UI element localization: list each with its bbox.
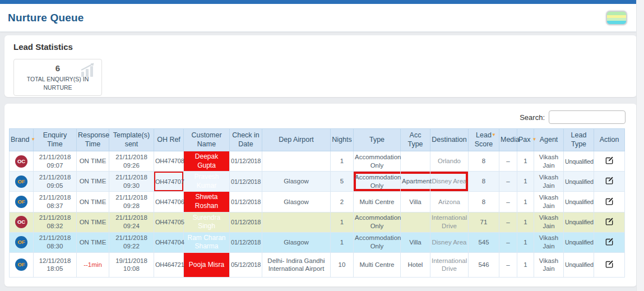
column-header-oh_ref[interactable]: OH Ref bbox=[154, 129, 184, 151]
column-header-type[interactable]: Type bbox=[354, 129, 401, 151]
table-row: OF21/11/201808:37ON TIME21/11/201809:28O… bbox=[10, 192, 625, 212]
cell-pax: 1 bbox=[517, 212, 534, 232]
total-enquiries-card[interactable]: 6 TOTAL ENQUIRY(S) IN NURTURE bbox=[13, 59, 102, 96]
column-header-templates_sent[interactable]: Template(s) sent bbox=[109, 129, 154, 151]
sort-icon[interactable]: ▼ bbox=[532, 137, 537, 142]
cell-check-in-date: 01/12/2018 bbox=[230, 151, 262, 172]
cell-response-time: --1min bbox=[77, 252, 109, 277]
enquiry-clock: 08:32 bbox=[35, 222, 75, 230]
column-header-agent[interactable]: Agent bbox=[534, 129, 564, 151]
edit-action-button[interactable] bbox=[605, 217, 614, 225]
cell-acc-type: Apartment bbox=[401, 172, 430, 192]
cell-action bbox=[594, 232, 625, 252]
edit-action-button[interactable] bbox=[605, 197, 614, 205]
table-row: OC21/11/201809:07ON TIME21/11/201809:26O… bbox=[10, 151, 625, 172]
cell-destination: Disney Area bbox=[430, 172, 469, 192]
cell-templates-sent: 21/11/201809:30 bbox=[109, 172, 154, 192]
cell-nights: 1 bbox=[331, 151, 354, 172]
browser-scrollbar[interactable] bbox=[636, 0, 644, 291]
cell-agent: Vikash Jain bbox=[534, 151, 564, 172]
edit-action-button[interactable] bbox=[605, 260, 614, 268]
column-label-lead_type: Lead Type bbox=[571, 131, 587, 148]
bar-chart-icon bbox=[80, 62, 98, 78]
column-header-pax[interactable]: Pax▼ bbox=[517, 129, 534, 151]
cell-media: – bbox=[499, 172, 517, 192]
edit-icon bbox=[605, 197, 614, 205]
sort-icon[interactable]: ▼ bbox=[492, 132, 496, 138]
cell-lead-type: Unqualified bbox=[564, 151, 594, 172]
edit-action-button[interactable] bbox=[605, 156, 614, 164]
cell-action bbox=[594, 212, 625, 232]
cell-lead-score: 8 bbox=[469, 172, 499, 192]
cell-lead-score: 545 bbox=[469, 232, 499, 252]
profile-flag-icon[interactable] bbox=[606, 11, 627, 25]
edit-action-button[interactable] bbox=[605, 176, 614, 184]
template-clock: 10:08 bbox=[110, 265, 152, 273]
sort-icon[interactable]: ▼ bbox=[31, 137, 35, 142]
cell-pax: 1 bbox=[517, 252, 534, 277]
cell-customer-name: Shweta Roshan bbox=[184, 192, 230, 212]
cell-dep-airport bbox=[262, 212, 331, 232]
edit-action-button[interactable] bbox=[605, 237, 614, 246]
edit-icon bbox=[605, 237, 614, 246]
cell-oh-ref: OH474705 bbox=[154, 212, 184, 232]
cell-acc-type: Villa bbox=[401, 192, 430, 212]
cell-enquiry-time: 21/11/201808:37 bbox=[34, 192, 77, 212]
cell-destination: International Drive bbox=[430, 252, 469, 277]
column-header-customer_name[interactable]: Customer Name bbox=[184, 129, 230, 151]
cell-oh-ref: OH474706 bbox=[154, 192, 184, 212]
cell-type: Accommodation Only bbox=[354, 212, 401, 232]
table-row: OC21/11/201808:32ON TIME21/11/201809:24O… bbox=[10, 212, 625, 232]
cell-brand: OF bbox=[10, 172, 34, 192]
cell-brand: OC bbox=[10, 212, 34, 232]
template-clock: 09:22 bbox=[110, 242, 152, 251]
column-header-nights[interactable]: Nights bbox=[331, 129, 354, 151]
cell-destination: Disney Area bbox=[430, 232, 469, 252]
column-header-enquiry_time[interactable]: Enquiry Time bbox=[34, 129, 77, 151]
column-header-check_in[interactable]: Check in Date bbox=[230, 129, 262, 151]
column-header-destination[interactable]: Destination bbox=[430, 129, 469, 151]
cell-brand: OF bbox=[10, 192, 34, 212]
cell-pax: 1 bbox=[517, 192, 534, 212]
template-clock: 09:30 bbox=[110, 182, 152, 190]
cell-check-in-date: 05/12/2018 bbox=[230, 252, 262, 277]
column-header-acc_type[interactable]: Acc Type bbox=[401, 129, 430, 151]
cell-customer-name: Surendra Singh bbox=[184, 212, 230, 232]
cell-dep-airport: Delhi- Indira Gandhi International Airpo… bbox=[262, 252, 331, 277]
cell-acc-type bbox=[401, 212, 430, 232]
column-header-lead_score[interactable]: Lead Score▼ bbox=[469, 129, 499, 151]
column-label-acc_type: Acc Type bbox=[407, 131, 423, 148]
column-header-response_time[interactable]: Response Time bbox=[77, 129, 109, 151]
column-header-brand[interactable]: Brand▼ bbox=[10, 129, 34, 151]
column-header-media[interactable]: Media bbox=[499, 129, 517, 151]
cell-nights: 1 bbox=[331, 212, 354, 232]
column-label-media: Media bbox=[501, 136, 520, 144]
cell-enquiry-time: 12/11/201818:05 bbox=[34, 252, 77, 277]
enquiry-clock: 08:37 bbox=[35, 202, 75, 210]
enquiry-date: 21/11/2018 bbox=[35, 193, 75, 202]
table-header-row: Brand▼Enquiry TimeResponse TimeTemplate(… bbox=[10, 129, 625, 151]
cell-templates-sent: 19/11/201810:08 bbox=[109, 252, 154, 277]
cell-enquiry-time: 21/11/201808:30 bbox=[34, 232, 77, 252]
column-header-dep_airport[interactable]: Dep Airport bbox=[262, 129, 331, 151]
column-label-pax: Pax bbox=[518, 136, 531, 144]
column-label-dep_airport: Dep Airport bbox=[279, 136, 314, 144]
cell-media: – bbox=[499, 151, 517, 172]
template-date: 21/11/2018 bbox=[110, 193, 152, 202]
cell-acc-type: Hotel bbox=[401, 252, 430, 277]
cell-nights: 10 bbox=[331, 252, 354, 277]
search-input[interactable] bbox=[549, 110, 626, 124]
enquiry-date: 21/11/2018 bbox=[35, 234, 75, 242]
edit-icon bbox=[605, 156, 614, 164]
search-row: Search: bbox=[8, 110, 633, 124]
cell-oh-ref: OH474708 bbox=[154, 151, 184, 172]
column-label-agent: Agent bbox=[540, 136, 558, 144]
column-header-lead_type[interactable]: Lead Type bbox=[564, 129, 594, 151]
nurture-queue-table-panel: Search: Brand▼Enquiry TimeResponse TimeT… bbox=[4, 104, 637, 287]
cell-dep-airport: Glasgow bbox=[262, 232, 331, 252]
cell-oh-ref: OH474707 bbox=[154, 172, 184, 192]
enquiry-clock: 18:05 bbox=[35, 265, 75, 273]
cell-lead-type: Unqualified bbox=[564, 252, 594, 277]
column-header-action[interactable]: Action bbox=[594, 129, 625, 151]
cell-lead-score: 71 bbox=[469, 212, 499, 232]
